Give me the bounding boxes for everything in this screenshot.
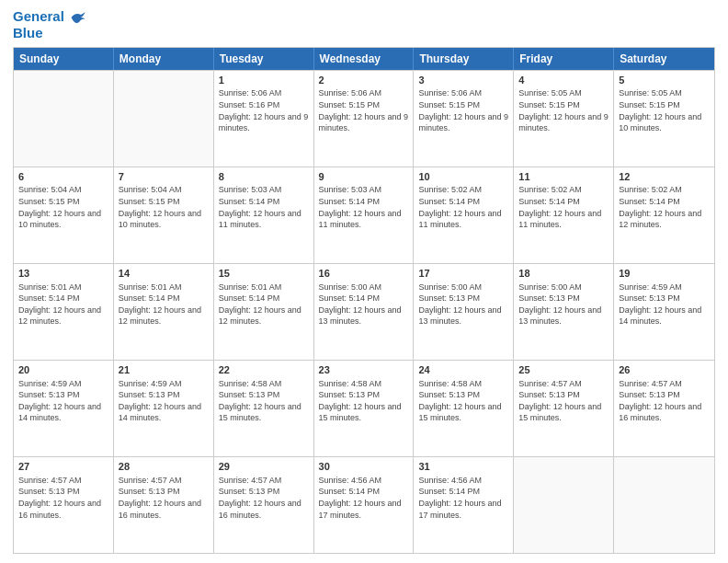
day-cell-3: 3Sunrise: 5:06 AM Sunset: 5:15 PM Daylig… (414, 71, 514, 167)
empty-cell (614, 457, 714, 553)
day-number: 31 (418, 460, 508, 474)
day-info: Sunrise: 5:06 AM Sunset: 5:15 PM Dayligh… (418, 87, 508, 133)
week-row-3: 13Sunrise: 5:01 AM Sunset: 5:14 PM Dayli… (14, 263, 714, 360)
day-number: 12 (619, 170, 710, 184)
day-header-saturday: Saturday (614, 48, 714, 70)
day-info: Sunrise: 5:02 AM Sunset: 5:14 PM Dayligh… (518, 184, 609, 230)
day-number: 5 (619, 74, 710, 87)
day-info: Sunrise: 4:58 AM Sunset: 5:13 PM Dayligh… (418, 378, 508, 424)
logo-text: General Blue (13, 9, 86, 41)
day-cell-12: 12Sunrise: 5:02 AM Sunset: 5:14 PM Dayli… (614, 167, 714, 263)
day-info: Sunrise: 4:59 AM Sunset: 5:13 PM Dayligh… (119, 378, 209, 424)
calendar-header: SundayMondayTuesdayWednesdayThursdayFrid… (14, 48, 714, 70)
day-info: Sunrise: 5:06 AM Sunset: 5:15 PM Dayligh… (319, 87, 409, 133)
day-cell-1: 1Sunrise: 5:06 AM Sunset: 5:16 PM Daylig… (214, 71, 314, 167)
day-info: Sunrise: 4:59 AM Sunset: 5:13 PM Dayligh… (18, 378, 108, 424)
week-row-2: 6Sunrise: 5:04 AM Sunset: 5:15 PM Daylig… (14, 167, 714, 263)
day-number: 20 (18, 363, 108, 377)
day-cell-22: 22Sunrise: 4:58 AM Sunset: 5:13 PM Dayli… (214, 361, 314, 456)
day-info: Sunrise: 4:57 AM Sunset: 5:13 PM Dayligh… (619, 378, 710, 424)
day-number: 11 (518, 170, 609, 184)
empty-cell (14, 71, 114, 167)
day-number: 10 (418, 170, 508, 184)
calendar: SundayMondayTuesdayWednesdayThursdayFrid… (13, 47, 715, 554)
day-cell-28: 28Sunrise: 4:57 AM Sunset: 5:13 PM Dayli… (114, 457, 214, 553)
day-number: 1 (219, 74, 309, 87)
day-info: Sunrise: 5:00 AM Sunset: 5:14 PM Dayligh… (319, 282, 409, 327)
empty-cell (514, 457, 614, 553)
day-header-monday: Monday (114, 48, 214, 70)
day-info: Sunrise: 4:57 AM Sunset: 5:13 PM Dayligh… (518, 378, 609, 424)
day-number: 14 (119, 267, 209, 281)
day-cell-8: 8Sunrise: 5:03 AM Sunset: 5:14 PM Daylig… (214, 167, 314, 263)
day-number: 17 (418, 267, 508, 281)
day-info: Sunrise: 5:06 AM Sunset: 5:16 PM Dayligh… (219, 87, 309, 133)
day-number: 28 (119, 460, 209, 474)
day-cell-24: 24Sunrise: 4:58 AM Sunset: 5:13 PM Dayli… (414, 361, 514, 456)
calendar-body: 1Sunrise: 5:06 AM Sunset: 5:16 PM Daylig… (14, 70, 714, 553)
day-info: Sunrise: 5:05 AM Sunset: 5:15 PM Dayligh… (518, 87, 609, 133)
day-header-friday: Friday (514, 48, 614, 70)
day-number: 9 (319, 170, 409, 184)
day-cell-6: 6Sunrise: 5:04 AM Sunset: 5:15 PM Daylig… (14, 167, 114, 263)
day-cell-4: 4Sunrise: 5:05 AM Sunset: 5:15 PM Daylig… (514, 71, 614, 167)
day-info: Sunrise: 4:58 AM Sunset: 5:13 PM Dayligh… (319, 378, 409, 424)
day-number: 3 (418, 74, 508, 87)
day-info: Sunrise: 5:03 AM Sunset: 5:14 PM Dayligh… (319, 184, 409, 230)
week-row-5: 27Sunrise: 4:57 AM Sunset: 5:13 PM Dayli… (14, 456, 714, 553)
day-cell-19: 19Sunrise: 4:59 AM Sunset: 5:13 PM Dayli… (614, 264, 714, 360)
day-cell-17: 17Sunrise: 5:00 AM Sunset: 5:13 PM Dayli… (414, 264, 514, 360)
day-info: Sunrise: 4:56 AM Sunset: 5:14 PM Dayligh… (418, 475, 508, 521)
day-cell-18: 18Sunrise: 5:00 AM Sunset: 5:13 PM Dayli… (514, 264, 614, 360)
day-cell-2: 2Sunrise: 5:06 AM Sunset: 5:15 PM Daylig… (314, 71, 415, 167)
day-info: Sunrise: 5:01 AM Sunset: 5:14 PM Dayligh… (219, 282, 309, 327)
day-cell-11: 11Sunrise: 5:02 AM Sunset: 5:14 PM Dayli… (514, 167, 614, 263)
day-number: 8 (219, 170, 309, 184)
day-cell-31: 31Sunrise: 4:56 AM Sunset: 5:14 PM Dayli… (414, 457, 514, 553)
day-number: 25 (518, 363, 609, 377)
day-info: Sunrise: 5:05 AM Sunset: 5:15 PM Dayligh… (619, 87, 710, 133)
day-number: 7 (119, 170, 209, 184)
day-cell-5: 5Sunrise: 5:05 AM Sunset: 5:15 PM Daylig… (614, 71, 714, 167)
day-info: Sunrise: 4:58 AM Sunset: 5:13 PM Dayligh… (219, 378, 309, 424)
day-cell-15: 15Sunrise: 5:01 AM Sunset: 5:14 PM Dayli… (214, 264, 314, 360)
day-header-tuesday: Tuesday (214, 48, 314, 70)
day-number: 2 (319, 74, 409, 87)
day-cell-14: 14Sunrise: 5:01 AM Sunset: 5:14 PM Dayli… (114, 264, 214, 360)
day-number: 30 (319, 460, 409, 474)
week-row-4: 20Sunrise: 4:59 AM Sunset: 5:13 PM Dayli… (14, 360, 714, 456)
week-row-1: 1Sunrise: 5:06 AM Sunset: 5:16 PM Daylig… (14, 70, 714, 167)
day-cell-7: 7Sunrise: 5:04 AM Sunset: 5:15 PM Daylig… (114, 167, 214, 263)
day-cell-10: 10Sunrise: 5:02 AM Sunset: 5:14 PM Dayli… (414, 167, 514, 263)
logo-bird-icon (70, 9, 86, 26)
day-info: Sunrise: 5:00 AM Sunset: 5:13 PM Dayligh… (418, 282, 508, 327)
day-cell-27: 27Sunrise: 4:57 AM Sunset: 5:13 PM Dayli… (14, 457, 114, 553)
page: General Blue SundayMondayTuesdayWednesda… (0, 0, 728, 563)
day-number: 27 (18, 460, 108, 474)
day-cell-13: 13Sunrise: 5:01 AM Sunset: 5:14 PM Dayli… (14, 264, 114, 360)
day-cell-16: 16Sunrise: 5:00 AM Sunset: 5:14 PM Dayli… (314, 264, 415, 360)
logo-general: General (13, 8, 64, 24)
day-cell-26: 26Sunrise: 4:57 AM Sunset: 5:13 PM Dayli… (614, 361, 714, 456)
day-info: Sunrise: 4:57 AM Sunset: 5:13 PM Dayligh… (119, 475, 209, 521)
day-info: Sunrise: 4:56 AM Sunset: 5:14 PM Dayligh… (319, 475, 409, 521)
day-number: 13 (18, 267, 108, 281)
day-info: Sunrise: 4:59 AM Sunset: 5:13 PM Dayligh… (619, 282, 710, 327)
day-number: 15 (219, 267, 309, 281)
empty-cell (114, 71, 214, 167)
day-info: Sunrise: 5:01 AM Sunset: 5:14 PM Dayligh… (119, 282, 209, 327)
day-cell-20: 20Sunrise: 4:59 AM Sunset: 5:13 PM Dayli… (14, 361, 114, 456)
day-info: Sunrise: 5:02 AM Sunset: 5:14 PM Dayligh… (418, 184, 508, 230)
day-info: Sunrise: 5:00 AM Sunset: 5:13 PM Dayligh… (518, 282, 609, 327)
day-info: Sunrise: 5:02 AM Sunset: 5:14 PM Dayligh… (619, 184, 710, 230)
day-number: 26 (619, 363, 710, 377)
day-number: 29 (219, 460, 309, 474)
day-header-thursday: Thursday (414, 48, 514, 70)
header: General Blue (13, 9, 715, 41)
day-cell-23: 23Sunrise: 4:58 AM Sunset: 5:13 PM Dayli… (314, 361, 415, 456)
day-number: 16 (319, 267, 409, 281)
day-info: Sunrise: 4:57 AM Sunset: 5:13 PM Dayligh… (18, 475, 108, 521)
day-number: 18 (518, 267, 609, 281)
day-cell-25: 25Sunrise: 4:57 AM Sunset: 5:13 PM Dayli… (514, 361, 614, 456)
day-number: 23 (319, 363, 409, 377)
